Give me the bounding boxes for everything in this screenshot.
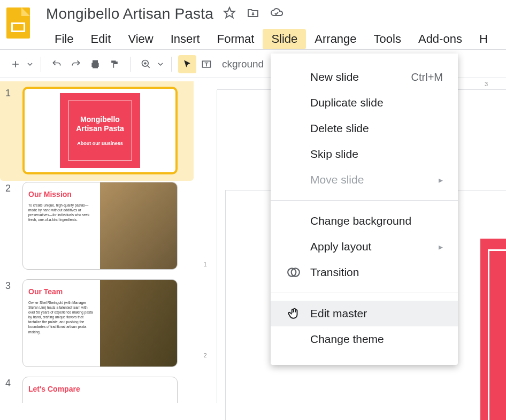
- slide-thumbnail-3[interactable]: 3 Our Team Owner Shel Rheingold (with Ma…: [0, 278, 194, 376]
- menu-addons[interactable]: Add-ons: [410, 29, 471, 49]
- slides-logo[interactable]: [6, 7, 30, 39]
- slide-menu-dropdown: New slide Ctrl+M Duplicate slide Delete …: [271, 54, 458, 365]
- ruler-vertical: 1 2: [194, 90, 217, 403]
- slide-thumbnail-2[interactable]: 2 Our Mission To create unique, high-qua…: [0, 181, 194, 278]
- menu-change-theme[interactable]: Change theme: [271, 326, 458, 352]
- menu-apply-layout[interactable]: Apply layout ▸: [271, 234, 458, 259]
- document-title[interactable]: Mongibello Artisan Pasta: [46, 5, 213, 22]
- menu-skip-slide[interactable]: Skip slide: [271, 141, 458, 167]
- zoom-button[interactable]: [137, 55, 155, 73]
- slide3-title: Our Team: [28, 287, 95, 296]
- menu-format[interactable]: Format: [209, 29, 263, 49]
- zoom-dropdown-arrow[interactable]: [156, 62, 165, 67]
- menu-delete-slide[interactable]: Delete slide: [271, 116, 458, 141]
- background-button-partial[interactable]: ckground: [217, 58, 269, 70]
- menu-tools[interactable]: Tools: [365, 29, 410, 49]
- menu-slide[interactable]: Slide: [263, 29, 306, 49]
- menu-arrange[interactable]: Arrange: [306, 29, 365, 49]
- menu-divider: [271, 293, 458, 293]
- menu-view[interactable]: View: [119, 29, 162, 49]
- star-icon[interactable]: [223, 6, 236, 21]
- redo-button[interactable]: [67, 55, 85, 73]
- menu-divider: [271, 200, 458, 201]
- shortcut-label: Ctrl+M: [411, 71, 443, 83]
- slide3-image: [100, 280, 177, 366]
- text-box-button[interactable]: [197, 55, 216, 73]
- menu-duplicate-slide[interactable]: Duplicate slide: [271, 90, 458, 116]
- slide-number: 4: [5, 377, 22, 389]
- slide-thumbnail-4[interactable]: 4 Let's Compare: [0, 376, 194, 403]
- menu-change-background[interactable]: Change background: [271, 208, 458, 234]
- menu-edit-master[interactable]: Edit master: [271, 301, 458, 326]
- submenu-arrow-icon: ▸: [439, 242, 443, 252]
- menu-help[interactable]: H: [471, 29, 496, 49]
- menu-file[interactable]: File: [46, 29, 82, 49]
- slide-number: 3: [5, 279, 22, 292]
- menu-new-slide[interactable]: New slide Ctrl+M: [271, 64, 458, 90]
- slide2-image: [100, 182, 177, 269]
- svg-marker-0: [224, 7, 235, 18]
- app-header: Mongibello Artisan Pasta File Edit View …: [0, 0, 506, 49]
- submenu-arrow-icon: ▸: [439, 175, 443, 185]
- menu-transition[interactable]: Transition: [271, 259, 458, 285]
- undo-button[interactable]: [48, 55, 66, 73]
- slide1-subtitle: About our Business: [77, 141, 123, 146]
- print-button[interactable]: [86, 55, 104, 73]
- move-to-folder-icon[interactable]: [247, 6, 259, 21]
- menu-bar: File Edit View Insert Format Slide Arran…: [46, 29, 506, 49]
- slide4-title: Let's Compare: [28, 385, 172, 393]
- slide-number: 1: [5, 87, 22, 99]
- hand-cursor-icon: [286, 306, 302, 322]
- slide1-title: Mongibello Artisan Pasta: [72, 115, 128, 133]
- slides-panel[interactable]: 1 Mongibello Artisan Pasta About our Bus…: [0, 78, 194, 403]
- slide-number: 2: [5, 182, 22, 194]
- canvas-red-shape: [480, 239, 506, 420]
- slide2-body: To create unique, high-quality pastas—ma…: [28, 203, 95, 222]
- paint-format-button[interactable]: [105, 55, 124, 73]
- transition-icon: [286, 264, 302, 280]
- slide-thumbnail-1[interactable]: 1 Mongibello Artisan Pasta About our Bus…: [0, 81, 194, 181]
- menu-edit[interactable]: Edit: [82, 29, 119, 49]
- new-slide-button[interactable]: [6, 55, 25, 73]
- menu-insert[interactable]: Insert: [162, 29, 209, 49]
- new-slide-dropdown-arrow[interactable]: [26, 62, 34, 67]
- menu-move-slide: Move slide ▸: [271, 167, 458, 193]
- slide3-body: Owner Shel Rheingold (with Manager Stefa…: [28, 300, 95, 334]
- cloud-status-icon[interactable]: [270, 6, 283, 21]
- select-tool-button[interactable]: [178, 55, 196, 73]
- slide2-title: Our Mission: [28, 190, 95, 198]
